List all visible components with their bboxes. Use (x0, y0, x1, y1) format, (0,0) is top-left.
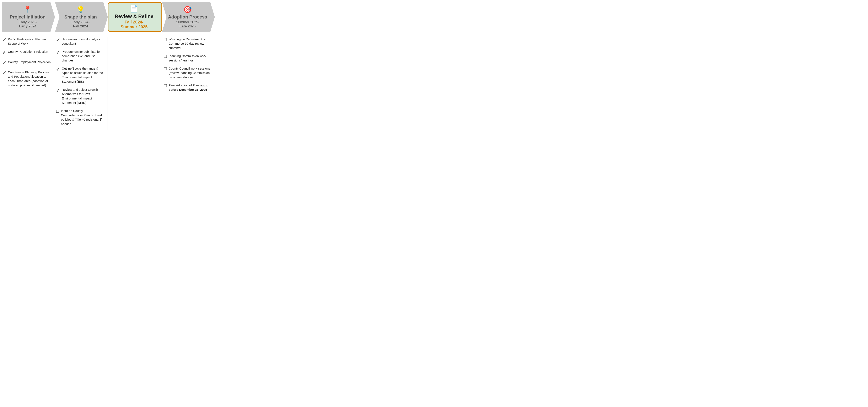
check-icon: ✓ (2, 59, 6, 66)
square-icon: ☐ (164, 83, 167, 89)
diagram-container: 📍 Project initiation Early 2023- Early 2… (2, 2, 215, 130)
square-icon: ☐ (56, 109, 59, 114)
phase4-date: Summer 2025- Late 2025 (176, 20, 199, 28)
phase1-icon: 📍 (24, 6, 32, 13)
list-item: ✓ Property owner submittal for comprehen… (56, 50, 104, 63)
list-item: ☐ Input on County Comprehensive Plan tex… (56, 108, 104, 126)
phase4-title: Adoption Process (168, 14, 207, 20)
list-item: ✓ Public Participation Plan and Scope of… (2, 37, 51, 46)
item-text: County Population Projection (8, 50, 51, 54)
item-text: Input on County Comprehensive Plan text … (61, 108, 104, 126)
list-item: ☐ Planning Commission work sessions/hear… (164, 54, 212, 63)
check-icon: ✓ (56, 66, 60, 73)
check-icon: ✓ (56, 36, 60, 43)
item-text: Hire environmental analysis consultant (62, 37, 104, 46)
square-icon: ☐ (164, 54, 167, 59)
phase1-title: Project initiation (10, 14, 45, 20)
list-item: ✓ Countywide Planning Policies and Popul… (2, 70, 51, 87)
item-text: Countywide Planning Policies and Populat… (8, 70, 51, 87)
content-col-1: ✓ Public Participation Plan and Scope of… (2, 37, 53, 91)
item-text: Washington Department of Commerce 60-day… (169, 37, 212, 50)
arrows-row: 📍 Project initiation Early 2023- Early 2… (2, 2, 215, 32)
phase3-date: Fall 2024- Summer 2025 (121, 20, 148, 29)
item-text: Outline/Scope the range & types of issue… (62, 66, 104, 84)
item-text: Final Adoption of Plan on or before Dece… (169, 83, 212, 92)
square-icon: ☐ (164, 66, 167, 72)
check-icon: ✓ (2, 69, 6, 76)
check-icon: ✓ (56, 87, 60, 94)
phase4-icon: 🎯 (183, 6, 192, 13)
item-text: Review and select Growth Alternatives fo… (62, 87, 104, 105)
phase2-icon: 💡 (76, 6, 85, 13)
phase-review-refine: 📄 Review & Refine Fall 2024- Summer 2025 (108, 2, 162, 32)
check-icon: ✓ (56, 49, 60, 56)
content-col-4: ☐ Washington Department of Commerce 60-d… (161, 37, 215, 96)
item-text: Public Participation Plan and Scope of W… (8, 37, 51, 46)
list-item: ✓ Review and select Growth Alternatives … (56, 87, 104, 105)
phase-shape-the-plan: 💡 Shape the plan Early 2024- Fall 2024 (55, 2, 108, 32)
square-icon: ☐ (164, 37, 167, 42)
list-item: ☐ Washington Department of Commerce 60-d… (164, 37, 212, 50)
content-col-3 (107, 37, 161, 99)
phase-project-initiation: 📍 Project initiation Early 2023- Early 2… (2, 2, 55, 32)
phase3-title: Review & Refine (115, 13, 154, 19)
list-item: ☐ Final Adoption of Plan on or before De… (164, 83, 212, 92)
content-row: ✓ Public Participation Plan and Scope of… (2, 37, 215, 130)
item-text: County Council work sessions (review Pla… (169, 66, 212, 79)
phase2-title: Shape the plan (64, 14, 97, 20)
phase2-date: Early 2024- Fall 2024 (71, 20, 90, 28)
phase1-date: Early 2023- Early 2024 (19, 20, 37, 28)
check-icon: ✓ (2, 36, 6, 43)
list-item: ☐ County Council work sessions (review P… (164, 66, 212, 79)
item-text: Planning Commission work sessions/hearin… (169, 54, 212, 63)
list-item: ✓ Outline/Scope the range & types of iss… (56, 66, 104, 84)
phase-adoption-process: 🎯 Adoption Process Summer 2025- Late 202… (162, 2, 215, 32)
content-col-2: ✓ Hire environmental analysis consultant… (53, 37, 107, 130)
list-item: ✓ Hire environmental analysis consultant (56, 37, 104, 46)
check-icon: ✓ (2, 49, 6, 56)
item-text: Property owner submittal for comprehensi… (62, 50, 104, 63)
list-item: ✓ County Population Projection (2, 50, 51, 56)
list-item: ✓ County Employment Projection (2, 60, 51, 66)
phase3-icon: 📄 (130, 5, 138, 13)
item-text: County Employment Projection (8, 60, 51, 64)
